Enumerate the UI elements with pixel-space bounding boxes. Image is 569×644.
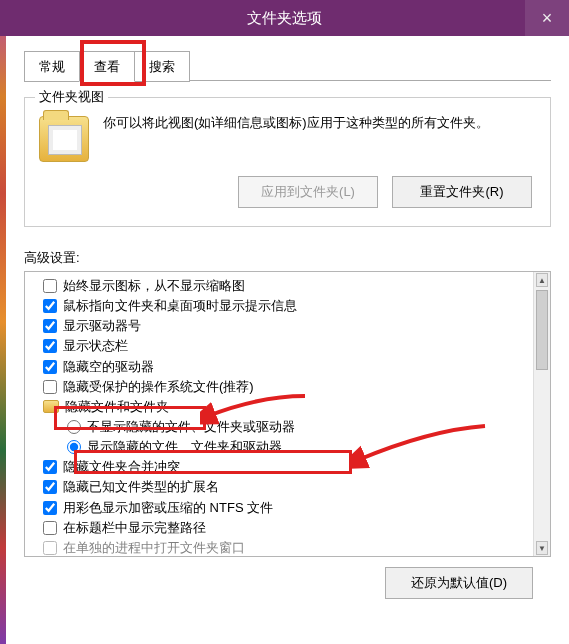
tree-label: 隐藏已知文件类型的扩展名 — [63, 477, 219, 497]
checkbox-color-ntfs[interactable] — [43, 501, 57, 515]
tree-group-label: 隐藏文件和文件夹 — [65, 397, 169, 417]
tree-row: 隐藏受保护的操作系统文件(推荐) — [33, 377, 550, 397]
folder-view-label: 文件夹视图 — [35, 88, 108, 106]
tree-row: 不显示隐藏的文件、文件夹或驱动器 — [33, 417, 550, 437]
tree-label: 显示隐藏的文件、文件夹和驱动器 — [87, 437, 282, 457]
scrollbar[interactable]: ▲ ▼ — [533, 272, 550, 556]
close-button[interactable]: × — [525, 0, 569, 36]
tree-label: 隐藏文件夹合并冲突 — [63, 457, 180, 477]
tree-label: 在单独的进程中打开文件夹窗口 — [63, 538, 245, 557]
tree-row: 隐藏文件和文件夹 — [33, 397, 550, 417]
tree-row: 显示驱动器号 — [33, 316, 550, 336]
checkbox-hide-known-extensions[interactable] — [43, 480, 57, 494]
tree-row: 在单独的进程中打开文件夹窗口 — [33, 538, 550, 557]
checkbox-hide-protected-os-files[interactable] — [43, 380, 57, 394]
checkbox-separate-process[interactable] — [43, 541, 57, 555]
checkbox-show-statusbar[interactable] — [43, 339, 57, 353]
checkbox-show-tips[interactable] — [43, 299, 57, 313]
checkbox-always-show-icons[interactable] — [43, 279, 57, 293]
tree-label: 显示驱动器号 — [63, 316, 141, 336]
tree-label: 隐藏受保护的操作系统文件(推荐) — [63, 377, 254, 397]
tab-strip: 常规 查看 搜索 — [24, 50, 551, 81]
advanced-settings-label: 高级设置: — [24, 249, 551, 267]
tree-label: 隐藏空的驱动器 — [63, 357, 154, 377]
window-title: 文件夹选项 — [247, 9, 322, 28]
scroll-down-icon[interactable]: ▼ — [536, 541, 548, 555]
tree-row: 隐藏已知文件类型的扩展名 — [33, 477, 550, 497]
reset-folders-button[interactable]: 重置文件夹(R) — [392, 176, 532, 208]
tree-label: 始终显示图标，从不显示缩略图 — [63, 276, 245, 296]
tab-view[interactable]: 查看 — [79, 51, 135, 82]
tree-row: 鼠标指向文件夹和桌面项时显示提示信息 — [33, 296, 550, 316]
tree-label: 显示状态栏 — [63, 336, 128, 356]
checkbox-full-path-titlebar[interactable] — [43, 521, 57, 535]
radio-show-hidden[interactable] — [67, 440, 81, 454]
scroll-up-icon[interactable]: ▲ — [536, 273, 548, 287]
tree-row: 隐藏空的驱动器 — [33, 357, 550, 377]
tree-row: 在标题栏中显示完整路径 — [33, 518, 550, 538]
tree-label: 用彩色显示加密或压缩的 NTFS 文件 — [63, 498, 273, 518]
tree-row: 隐藏文件夹合并冲突 — [33, 457, 550, 477]
apply-to-folders-button: 应用到文件夹(L) — [238, 176, 378, 208]
checkbox-hide-merge-conflicts[interactable] — [43, 460, 57, 474]
tree-row: 用彩色显示加密或压缩的 NTFS 文件 — [33, 498, 550, 518]
checkbox-hide-empty-drives[interactable] — [43, 360, 57, 374]
content-area: 常规 查看 搜索 文件夹视图 你可以将此视图(如详细信息或图标)应用于这种类型的… — [0, 36, 569, 611]
scroll-thumb[interactable] — [536, 290, 548, 370]
titlebar: 文件夹选项 × — [0, 0, 569, 36]
folder-group-icon — [43, 400, 59, 413]
tree-label: 在标题栏中显示完整路径 — [63, 518, 206, 538]
radio-dont-show-hidden[interactable] — [67, 420, 81, 434]
tree-row: 始终显示图标，从不显示缩略图 — [33, 276, 550, 296]
checkbox-show-drive-letters[interactable] — [43, 319, 57, 333]
tree-row: 显示状态栏 — [33, 336, 550, 356]
advanced-settings-tree: 始终显示图标，从不显示缩略图 鼠标指向文件夹和桌面项时显示提示信息 显示驱动器号… — [24, 271, 551, 557]
folder-view-group: 文件夹视图 你可以将此视图(如详细信息或图标)应用于这种类型的所有文件夹。 应用… — [24, 97, 551, 227]
tree-label: 不显示隐藏的文件、文件夹或驱动器 — [87, 417, 295, 437]
folder-view-description: 你可以将此视图(如详细信息或图标)应用于这种类型的所有文件夹。 — [103, 112, 489, 134]
folder-icon — [39, 116, 89, 162]
tab-search[interactable]: 搜索 — [134, 51, 190, 82]
close-icon: × — [542, 8, 553, 29]
tree-row: 显示隐藏的文件、文件夹和驱动器 — [33, 437, 550, 457]
footer-row: 还原为默认值(D) — [24, 557, 551, 599]
tree-label: 鼠标指向文件夹和桌面项时显示提示信息 — [63, 296, 297, 316]
restore-defaults-button[interactable]: 还原为默认值(D) — [385, 567, 533, 599]
tab-general[interactable]: 常规 — [24, 51, 80, 82]
